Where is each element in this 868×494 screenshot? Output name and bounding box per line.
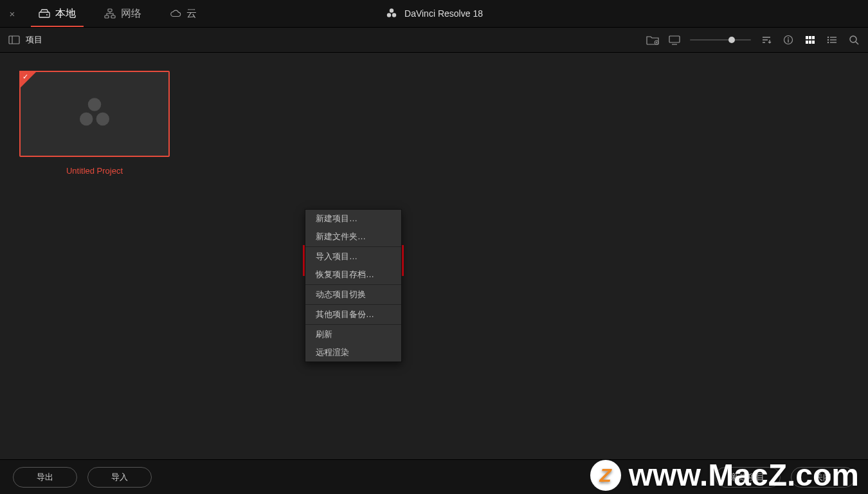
svg-point-6 [387, 13, 391, 17]
list-view-icon[interactable] [826, 33, 838, 46]
monitor-icon[interactable] [668, 33, 681, 46]
ctx-separator [305, 324, 401, 325]
sort-icon[interactable] [760, 33, 773, 46]
svg-rect-16 [806, 36, 808, 39]
tab-network-label: 网络 [121, 7, 141, 21]
ctx-import-project[interactable]: 导入项目… [305, 248, 401, 266]
svg-line-29 [856, 42, 858, 44]
svg-rect-11 [669, 36, 680, 42]
project-grid: ✓ Untitled Project 新建项目… 新建文件夹… 导入项目… 恢复… [0, 53, 868, 459]
thumbnail-size-slider[interactable] [690, 33, 751, 46]
svg-point-22 [827, 37, 829, 38]
ctx-separator [305, 304, 401, 305]
network-icon [104, 8, 116, 19]
ctx-new-project[interactable]: 新建项目… [305, 210, 401, 228]
project-name: Untitled Project [19, 166, 170, 176]
app-logo-icon [385, 7, 398, 20]
tab-cloud-label: 云 [186, 7, 197, 21]
close-button[interactable]: 关闭 [791, 467, 855, 488]
svg-point-30 [88, 98, 101, 111]
svg-point-31 [80, 113, 93, 125]
sub-toolbar: 项目 [0, 27, 868, 53]
svg-rect-0 [39, 12, 50, 17]
info-icon[interactable] [782, 33, 795, 46]
app-title-text: DaVinci Resolve 18 [404, 8, 483, 19]
app-window: × 本地 网络 云 DaVinci Resolve 18 [0, 0, 868, 494]
svg-point-7 [392, 13, 396, 17]
context-menu: 新建项目… 新建文件夹… 导入项目… 恢复项目存档… 动态项目切换 其他项目备份… [305, 209, 402, 362]
svg-point-32 [96, 113, 109, 125]
svg-rect-2 [108, 9, 112, 12]
folder-add-icon[interactable] [646, 33, 659, 46]
ctx-refresh[interactable]: 刷新 [305, 325, 401, 343]
svg-rect-20 [809, 41, 811, 44]
sidebar-toggle-icon[interactable] [8, 33, 21, 46]
svg-rect-8 [9, 36, 19, 44]
tab-network[interactable]: 网络 [90, 0, 156, 27]
svg-point-24 [827, 39, 829, 41]
project-card[interactable]: ✓ Untitled Project [19, 71, 170, 176]
svg-rect-4 [111, 15, 115, 18]
top-tabbar: × 本地 网络 云 DaVinci Resolve 18 [0, 0, 868, 27]
ctx-restore-archive[interactable]: 恢复项目存档… [305, 266, 401, 284]
disk-icon [39, 8, 50, 19]
svg-rect-17 [809, 36, 811, 39]
svg-point-5 [390, 8, 393, 12]
import-button[interactable]: 导入 [87, 467, 152, 488]
export-button[interactable]: 导出 [13, 467, 77, 488]
svg-point-26 [827, 42, 829, 43]
svg-rect-18 [812, 36, 815, 39]
resolve-logo-icon [74, 93, 115, 134]
ctx-remote-render[interactable]: 远程渲染 [305, 343, 401, 361]
tab-cloud[interactable]: 云 [156, 0, 211, 27]
svg-point-28 [850, 36, 856, 42]
svg-point-14 [788, 37, 789, 39]
ctx-other-backups[interactable]: 其他项目备份… [305, 306, 401, 324]
ctx-separator [305, 246, 401, 247]
footer-bar: 导出 导入 新建项目 关闭 [0, 459, 868, 494]
tab-local[interactable]: 本地 [24, 0, 90, 27]
new-project-button[interactable]: 新建项目 [715, 467, 781, 488]
ctx-new-folder[interactable]: 新建文件夹… [305, 228, 401, 246]
project-thumbnail[interactable]: ✓ [19, 71, 170, 157]
checkmark-icon: ✓ [23, 73, 28, 81]
grid-view-icon[interactable] [804, 33, 817, 46]
ctx-dynamic-switch[interactable]: 动态项目切换 [305, 286, 401, 304]
search-icon[interactable] [847, 33, 860, 46]
ctx-separator [305, 284, 401, 285]
svg-rect-3 [105, 15, 109, 18]
svg-rect-21 [812, 41, 815, 44]
tab-local-label: 本地 [55, 7, 76, 21]
svg-point-1 [46, 14, 48, 15]
svg-rect-19 [806, 41, 808, 44]
close-icon[interactable]: × [0, 0, 24, 27]
cloud-icon [170, 8, 181, 19]
subbar-label: 项目 [26, 34, 42, 46]
